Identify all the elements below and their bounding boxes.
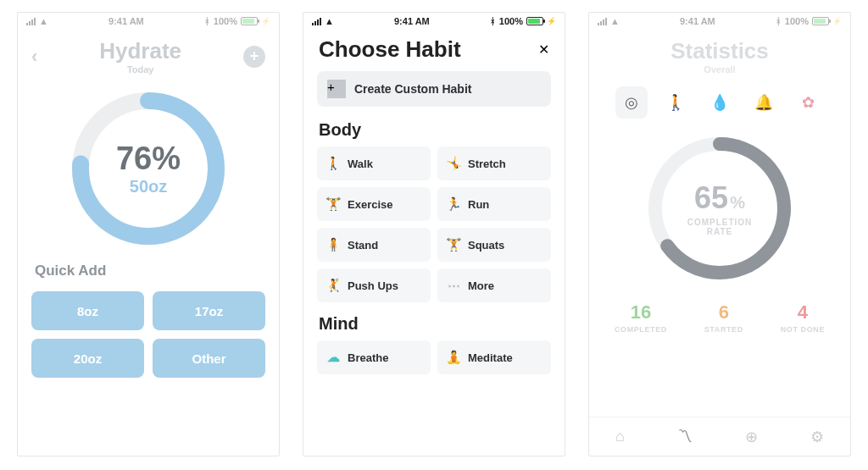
close-button[interactable]: ✕ [538, 41, 549, 58]
progress-ring: 76% 50oz [18, 76, 279, 257]
section-label-body: Body [303, 117, 565, 147]
status-time: 9:41 AM [680, 16, 715, 26]
home-icon[interactable]: ⌂ [615, 428, 625, 445]
habit-walk[interactable]: 🚶Walk [317, 147, 431, 180]
page-subtitle: Today [37, 64, 243, 75]
squats-icon: 🏋 [446, 237, 461, 252]
habit-meditate[interactable]: 🧘Meditate [437, 340, 551, 374]
quick-add-grid: 8oz 17oz 20oz Other [18, 285, 279, 384]
metrics-row: 16COMPLETED6STARTED4NOT DONE [589, 291, 850, 339]
quick-add-button[interactable]: Other [153, 339, 265, 378]
add-icon[interactable]: ⊕ [745, 428, 758, 446]
charging-icon: ⚡ [547, 17, 556, 25]
signal-icon [312, 18, 321, 25]
completion-label: COMPLETION RATE [687, 218, 753, 236]
habit-stand[interactable]: 🧍Stand [317, 228, 431, 262]
quick-add-button[interactable]: 17oz [153, 291, 265, 330]
page-title: Statistics [625, 38, 815, 64]
habit-exercise[interactable]: 🏋Exercise [317, 187, 431, 221]
habit-more[interactable]: ⋯More [437, 268, 551, 302]
gear-icon[interactable]: ⚙ [810, 428, 824, 446]
back-button[interactable]: ‹ [31, 46, 37, 68]
metric-label: STARTED [704, 325, 743, 334]
completion-ring: 65 % COMPLETION RATE [589, 124, 850, 291]
bluetooth-icon: ᚼ [776, 16, 782, 26]
wifi-icon: ▲ [325, 16, 334, 26]
quick-add-button[interactable]: 20oz [31, 339, 144, 378]
section-label-mind: Mind [303, 311, 565, 340]
charging-icon: ⚡ [832, 17, 842, 25]
stretch-icon: 🤸 [446, 156, 461, 171]
header: ‹ Hydrate Today + [18, 30, 279, 76]
metric-label: NOT DONE [781, 325, 825, 334]
battery-icon [526, 17, 543, 25]
more-icon: ⋯ [446, 278, 461, 293]
exercise-icon: 🏋 [326, 196, 341, 212]
percent-value: 76% [116, 141, 181, 177]
walk-icon: 🚶 [326, 156, 341, 171]
battery-pct: 100% [214, 16, 237, 26]
tab-bar: ⌂ 〽 ⊕ ⚙ [589, 417, 850, 456]
create-custom-habit[interactable]: + Create Custom Habit [317, 71, 551, 107]
stats-icon[interactable]: 〽 [677, 428, 693, 445]
header: Choose Habit ✕ [303, 30, 565, 71]
bluetooth-icon: ᚼ [490, 16, 496, 26]
status-bar: ▲ 9:41 AM ᚼ100%⚡ [18, 13, 279, 30]
completion-percent: 65 [694, 180, 728, 216]
battery-icon [812, 17, 829, 25]
habit-label: Stretch [468, 158, 506, 170]
status-bar: ▲ 9:41 AM ᚼ100%⚡ [589, 13, 850, 30]
habit-label: Breathe [348, 351, 388, 364]
status-time: 9:41 AM [394, 16, 430, 26]
status-time: 9:41 AM [108, 16, 144, 26]
category-activity[interactable]: 🚶 [659, 86, 692, 119]
signal-icon [598, 18, 607, 25]
metric-started: 6STARTED [704, 301, 743, 334]
metric-value: 6 [704, 301, 743, 323]
habit-grid-mind: ☁Breathe🧘Meditate [303, 340, 565, 383]
category-meditate[interactable]: ✿ [792, 86, 824, 119]
habit-breathe[interactable]: ☁Breathe [317, 340, 431, 374]
metric-value: 4 [781, 301, 825, 323]
add-button[interactable]: + [243, 46, 265, 68]
screen-statistics: ▲ 9:41 AM ᚼ100%⚡ Statistics Overall ◎🚶💧🔔… [588, 12, 851, 456]
create-label: Create Custom Habit [354, 82, 471, 96]
metric-label: COMPLETED [615, 325, 667, 334]
habit-label: Walk [348, 158, 373, 170]
habit-push-ups[interactable]: 🤾Push Ups [317, 268, 431, 302]
habit-squats[interactable]: 🏋Squats [437, 228, 551, 262]
wifi-icon: ▲ [610, 16, 620, 26]
wifi-icon: ▲ [39, 16, 48, 26]
run-icon: 🏃 [446, 196, 461, 212]
metric-completed: 16COMPLETED [615, 301, 667, 334]
category-overall[interactable]: ◎ [615, 86, 648, 119]
header: Statistics Overall [589, 30, 850, 76]
amount-value: 50oz [130, 177, 167, 196]
stand-icon: 🧍 [326, 237, 341, 252]
meditate-icon: 🧘 [446, 350, 461, 365]
category-hydrate[interactable]: 💧 [704, 86, 736, 119]
battery-pct: 100% [785, 16, 809, 26]
screen-choose-habit: ▲ 9:41 AM ᚼ100%⚡ Choose Habit ✕ + Create… [303, 12, 565, 456]
habit-grid-body: 🚶Walk🤸Stretch🏋Exercise🏃Run🧍Stand🏋Squats🤾… [303, 147, 565, 311]
habit-label: Stand [348, 239, 378, 252]
pushups-icon: 🤾 [326, 278, 341, 293]
metric-value: 16 [615, 301, 667, 323]
signal-icon [26, 18, 36, 25]
battery-icon [241, 17, 258, 25]
habit-label: Meditate [468, 351, 513, 364]
page-subtitle: Overall [625, 64, 815, 75]
category-breathe[interactable]: 🔔 [748, 86, 780, 119]
habit-run[interactable]: 🏃Run [437, 187, 551, 221]
screen-hydrate: ▲ 9:41 AM ᚼ100%⚡ ‹ Hydrate Today + 76% 5… [17, 12, 280, 456]
habit-label: Exercise [348, 198, 393, 211]
bluetooth-icon: ᚼ [204, 16, 210, 26]
habit-label: Push Ups [348, 279, 398, 292]
page-title: Hydrate [37, 38, 243, 64]
quick-add-button[interactable]: 8oz [31, 291, 144, 330]
battery-pct: 100% [499, 16, 523, 26]
quick-add-title: Quick Add [18, 257, 279, 285]
habit-stretch[interactable]: 🤸Stretch [437, 147, 551, 180]
habit-label: Run [468, 198, 489, 211]
status-bar: ▲ 9:41 AM ᚼ100%⚡ [303, 13, 565, 30]
